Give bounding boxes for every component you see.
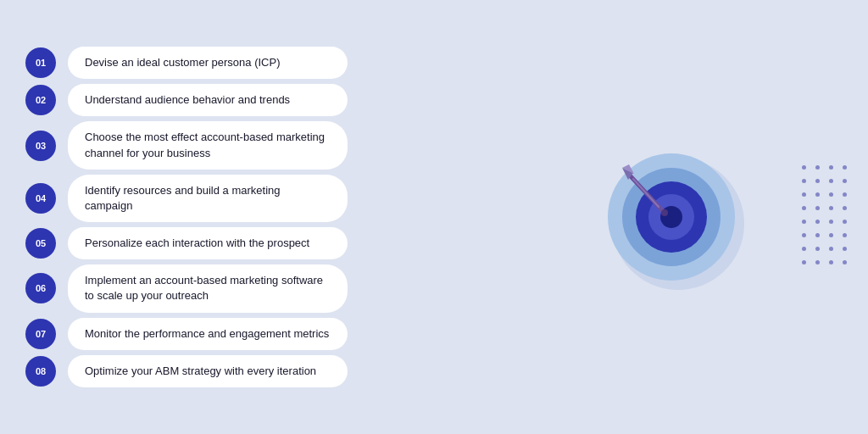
dot (829, 220, 833, 224)
step-badge-8: 08 (25, 356, 56, 387)
step-badge-6: 06 (25, 273, 56, 303)
step-row-6: 06Implement an account-based marketing s… (25, 264, 449, 312)
dot (829, 233, 833, 237)
dot (802, 233, 806, 237)
step-row-1: 01Devise an ideal customer persona (ICP) (25, 47, 449, 79)
dot (815, 220, 820, 224)
dot (802, 192, 806, 197)
step-row-4: 04Identify resources and build a marketi… (25, 175, 449, 222)
main-container: 01Devise an ideal customer persona (ICP)… (0, 0, 868, 434)
svg-point-7 (661, 209, 668, 216)
step-label-6: Implement an account-based marketing sof… (68, 264, 348, 312)
dot (815, 179, 820, 183)
steps-list: 01Devise an ideal customer persona (ICP)… (0, 0, 475, 434)
step-badge-3: 03 (25, 131, 56, 161)
dot (829, 165, 833, 170)
step-row-2: 02Understand audience behavior and trend… (25, 84, 449, 116)
dot (829, 206, 833, 210)
step-badge-1: 01 (25, 47, 56, 78)
step-badge-5: 05 (25, 228, 56, 259)
dot (815, 192, 820, 197)
dot (815, 260, 820, 264)
dot (843, 220, 847, 224)
dot (829, 192, 833, 197)
step-label-5: Personalize each interaction with the pr… (68, 227, 348, 259)
step-row-7: 07Monitor the performance and engagement… (25, 318, 449, 350)
dot (802, 260, 806, 264)
step-label-4: Identify resources and build a marketing… (68, 175, 348, 222)
step-badge-2: 02 (25, 85, 56, 115)
dot (843, 260, 847, 264)
step-row-5: 05Personalize each interaction with the … (25, 227, 449, 259)
dot (802, 165, 806, 170)
dot (829, 247, 833, 251)
dot (843, 206, 847, 210)
dot (843, 165, 847, 170)
dot (802, 179, 806, 183)
dot (829, 260, 833, 264)
dot (843, 179, 847, 183)
step-row-8: 08Optimize your ABM strategy with every … (25, 355, 449, 387)
step-label-2: Understand audience behavior and trends (68, 84, 348, 116)
step-row-3: 03Choose the most effect account-based m… (25, 121, 449, 169)
step-badge-7: 07 (25, 319, 56, 349)
dot (815, 233, 820, 237)
step-label-1: Devise an ideal customer persona (ICP) (68, 47, 348, 79)
dot (802, 206, 806, 210)
right-panel (475, 0, 868, 434)
step-label-7: Monitor the performance and engagement m… (68, 318, 348, 350)
target-illustration (587, 132, 756, 302)
step-label-8: Optimize your ABM strategy with every it… (68, 355, 348, 387)
dot-grid-decoration (802, 165, 851, 269)
dot (843, 247, 847, 251)
dot (815, 165, 820, 170)
dot (802, 220, 806, 224)
step-badge-4: 04 (25, 183, 56, 214)
dot (843, 233, 847, 237)
dot (829, 179, 833, 183)
dot (843, 192, 847, 197)
dot (815, 247, 820, 251)
step-label-3: Choose the most effect account-based mar… (68, 121, 348, 169)
dot (815, 206, 820, 210)
dot (802, 247, 806, 251)
